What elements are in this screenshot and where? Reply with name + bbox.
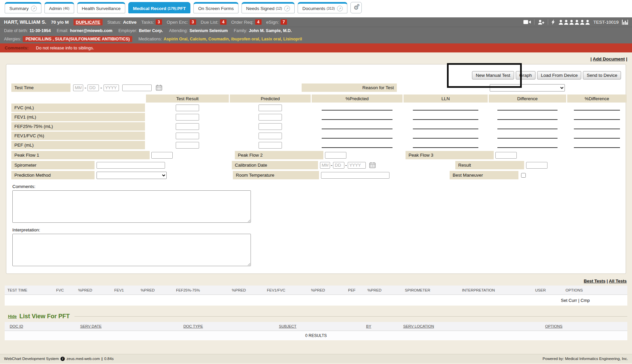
patient-avatars[interactable] (559, 20, 590, 25)
calibration-day-input[interactable] (333, 162, 344, 169)
tab-health-surveillance[interactable]: Health Surveillance (77, 2, 125, 13)
tab-summary[interactable]: Summary ↗ (5, 2, 41, 13)
add-person-icon[interactable] (538, 20, 544, 25)
set-curr-cmp-links[interactable]: Set Curr | Cmp (561, 298, 590, 303)
pef-test-result-input[interactable] (176, 142, 199, 149)
load-from-device-button[interactable]: Load From Device (537, 71, 581, 79)
interpretation-field-label: Interpretation: (12, 227, 626, 232)
send-to-device-button[interactable]: Send to Device (583, 71, 621, 79)
email-label: Email: (57, 28, 68, 33)
medications-list[interactable]: Aspirin Oral, Calcium, Coumadin, ibuprof… (164, 37, 302, 41)
date-separator: - (85, 85, 86, 91)
test-time-label: Test Time (11, 83, 70, 92)
divider (548, 19, 548, 25)
family-label: Family: (234, 28, 247, 33)
settings-button[interactable]: ⚙ ⚙ (350, 2, 362, 13)
col-user: USER (535, 288, 566, 292)
fev1-fvc-predicted-input[interactable] (259, 133, 282, 139)
popout-icon[interactable]: ↗ (284, 6, 290, 11)
col-spirometer: SPIROMETER (405, 288, 462, 292)
date-separator: - (345, 162, 347, 168)
col-doc-type[interactable]: DOC TYPE (183, 324, 279, 328)
fev1-test-result-input[interactable] (176, 114, 199, 121)
col-list-options[interactable]: OPTIONS (545, 324, 627, 328)
popout-icon[interactable]: ↗ (31, 6, 37, 11)
test-time-time-input[interactable] (122, 84, 152, 91)
due-list-badge[interactable]: 4 (220, 19, 226, 25)
prediction-method-select[interactable] (97, 172, 167, 179)
esign-badge[interactable]: 7 (281, 19, 287, 25)
patient-demographics-row: Date of birth:11-30-1954 Email:horner@mi… (0, 27, 632, 34)
comments-bar-text: Do not release info to siblings. (36, 45, 94, 50)
calendar-icon[interactable] (369, 162, 376, 168)
allergies-badge[interactable]: PENICILLINS , SULFA(SULFONAMIDE ANTIBIOT… (23, 36, 132, 42)
room-temperature-input[interactable] (321, 172, 389, 179)
calibration-year-input[interactable] (348, 162, 366, 169)
test-time-day-input[interactable] (88, 84, 99, 91)
peak-flow-1-input[interactable] (151, 152, 173, 159)
tab-documents[interactable]: Documents (313) ↗ (298, 2, 347, 13)
medications-label: Medications: (138, 37, 162, 41)
order-req-badge[interactable]: 4 (255, 19, 262, 25)
graph-button[interactable]: Graph (516, 71, 536, 79)
add-document-link[interactable]: Add Document (593, 56, 625, 61)
peak-flow-3-input[interactable] (495, 152, 517, 159)
interpretation-textarea[interactable] (12, 234, 251, 266)
col-interpretation: INTERPRETATION (462, 288, 535, 292)
row-label: FEV1/FVC (%) (11, 132, 145, 140)
pft-row-pef: PEF (mL) (11, 141, 621, 149)
pef-percent-predicted-line (322, 147, 392, 148)
video-camera-icon[interactable] (523, 20, 531, 24)
best-tests-link[interactable]: Best Tests (584, 279, 606, 284)
measurement-header-row: Test Result Predicted %Predicted LLN Dif… (11, 95, 621, 103)
all-tests-link[interactable]: All Tests (609, 279, 627, 284)
fvc-test-result-input[interactable] (176, 105, 199, 111)
fev1-fvc-test-result-input[interactable] (176, 133, 199, 139)
spirometer-input[interactable] (97, 162, 165, 169)
open-enc-badge[interactable]: 3 (190, 19, 196, 25)
list-view-title: List View For PFT (19, 313, 70, 320)
tab-admin[interactable]: Admin (46) (44, 2, 74, 13)
room-temperature-label: Room Temperature (233, 171, 319, 179)
pipe: | (607, 279, 608, 284)
col-doc-id[interactable]: DOC ID (10, 324, 80, 328)
col-serv-date[interactable]: SERV DATE (80, 324, 183, 328)
fvc-predicted-input[interactable] (259, 105, 282, 111)
hide-link[interactable]: Hide (8, 314, 17, 319)
pft-row-fev1-fvc: FEV1/FVC (%) (11, 132, 621, 140)
calibration-month-input[interactable] (320, 162, 330, 169)
pef-predicted-input[interactable] (259, 142, 282, 149)
col-subject[interactable]: SUBJECT (279, 324, 366, 328)
best-maneuver-label: Best Maneuver (450, 171, 518, 179)
test-time-month-input[interactable] (73, 84, 83, 91)
spirometer-row: Spirometer Calibration Date - - Result (11, 161, 626, 169)
prediction-method-label: Prediction Method (11, 171, 95, 179)
pft-row-fvc: FVC (mL) (11, 104, 621, 112)
tasks-badge[interactable]: 3 (156, 19, 162, 25)
tab-on-screen-forms[interactable]: On Screen Forms (193, 2, 239, 13)
col-serv-location[interactable]: SERV LOCATION (403, 324, 545, 328)
new-manual-test-button[interactable]: New Manual Test (472, 71, 514, 79)
duplicate-badge[interactable]: DUPLICATE (73, 19, 103, 25)
popout-icon[interactable]: ↗ (337, 6, 343, 11)
best-maneuver-checkbox[interactable] (521, 173, 526, 178)
fef-test-result-input[interactable] (176, 123, 199, 130)
col-lln: LLN (404, 95, 488, 103)
result-input[interactable] (526, 162, 547, 169)
peak-flow-2-input[interactable] (325, 152, 346, 159)
col-fvc-pred: %PRED (78, 288, 114, 292)
col-by[interactable]: BY (366, 324, 403, 328)
reason-for-test-select[interactable] (490, 84, 565, 92)
fev1-predicted-input[interactable] (259, 114, 282, 121)
lightning-icon[interactable] (551, 19, 555, 25)
calendar-icon[interactable] (156, 84, 162, 91)
info-icon[interactable]: i (60, 357, 65, 361)
tab-medical-record[interactable]: Medical Record (179) :PFT (128, 2, 190, 13)
email-value[interactable]: horner@mieweb.com (70, 28, 113, 33)
comments-field-label: Comments: (12, 184, 626, 189)
comments-textarea[interactable] (12, 190, 251, 223)
test-time-year-input[interactable] (104, 84, 119, 91)
fef-predicted-input[interactable] (259, 123, 282, 130)
chart-icon[interactable] (622, 20, 628, 25)
tab-needs-signed[interactable]: Needs Signed (12) ↗ (242, 2, 295, 13)
